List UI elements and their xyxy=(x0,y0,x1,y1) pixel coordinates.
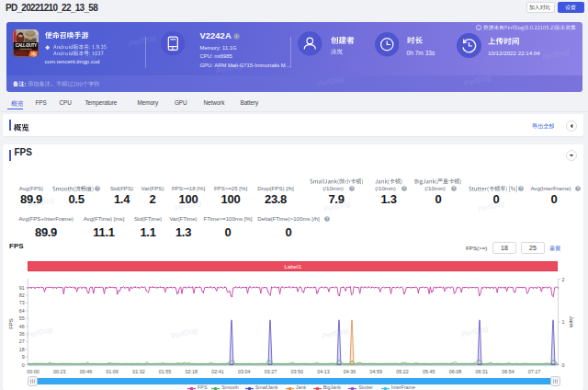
svg-text:01:32: 01:32 xyxy=(132,369,145,374)
svg-text:00:00: 00:00 xyxy=(27,369,40,374)
svg-text:06:08: 06:08 xyxy=(449,369,462,374)
svg-text:03:04: 03:04 xyxy=(238,369,251,374)
svg-text:01:09: 01:09 xyxy=(106,369,119,374)
svg-text:04:59: 04:59 xyxy=(370,369,383,374)
svg-text:55: 55 xyxy=(19,315,25,321)
svg-text:03:27: 03:27 xyxy=(265,369,277,374)
svg-text:05:22: 05:22 xyxy=(396,369,409,374)
svg-text:Jank: Jank xyxy=(569,316,574,329)
svg-text:03:50: 03:50 xyxy=(290,369,303,374)
svg-text:CALL·DUTY: CALL·DUTY xyxy=(16,43,38,48)
svg-text:?: ? xyxy=(350,187,353,191)
svg-text:1: 1 xyxy=(562,319,565,325)
svg-text:02:41: 02:41 xyxy=(211,369,224,374)
svg-text:?: ? xyxy=(402,187,405,191)
svg-text:9: 9 xyxy=(22,354,25,360)
svg-text:0: 0 xyxy=(22,362,25,368)
svg-text:01:55: 01:55 xyxy=(159,369,172,374)
svg-text:FPS: FPS xyxy=(8,318,14,329)
svg-text:00:23: 00:23 xyxy=(53,369,66,374)
svg-text:07:17: 07:17 xyxy=(528,369,541,374)
svg-text:36: 36 xyxy=(19,331,25,337)
svg-text:46: 46 xyxy=(19,324,25,329)
svg-text:27: 27 xyxy=(19,338,25,344)
svg-text:05:45: 05:45 xyxy=(423,369,435,374)
svg-text:?: ? xyxy=(325,216,328,221)
svg-text:2: 2 xyxy=(562,277,565,282)
svg-text:00:46: 00:46 xyxy=(80,369,93,374)
svg-text:06:54: 06:54 xyxy=(502,369,514,374)
svg-text:04:36: 04:36 xyxy=(344,369,356,374)
svg-text:0: 0 xyxy=(562,362,565,368)
svg-text:i: i xyxy=(478,25,480,29)
svg-text:?: ? xyxy=(520,186,523,190)
svg-text:18: 18 xyxy=(19,347,25,352)
svg-text:06:31: 06:31 xyxy=(475,369,488,374)
svg-text:91: 91 xyxy=(19,285,25,291)
svg-text:02:18: 02:18 xyxy=(186,369,198,374)
svg-text:?: ? xyxy=(577,186,580,190)
svg-text:?: ? xyxy=(452,187,455,191)
svg-text:04:13: 04:13 xyxy=(317,369,330,374)
svg-text:73: 73 xyxy=(19,300,25,305)
svg-text:?: ? xyxy=(96,186,99,190)
svg-text:82: 82 xyxy=(19,292,25,298)
svg-text:64: 64 xyxy=(19,308,25,314)
